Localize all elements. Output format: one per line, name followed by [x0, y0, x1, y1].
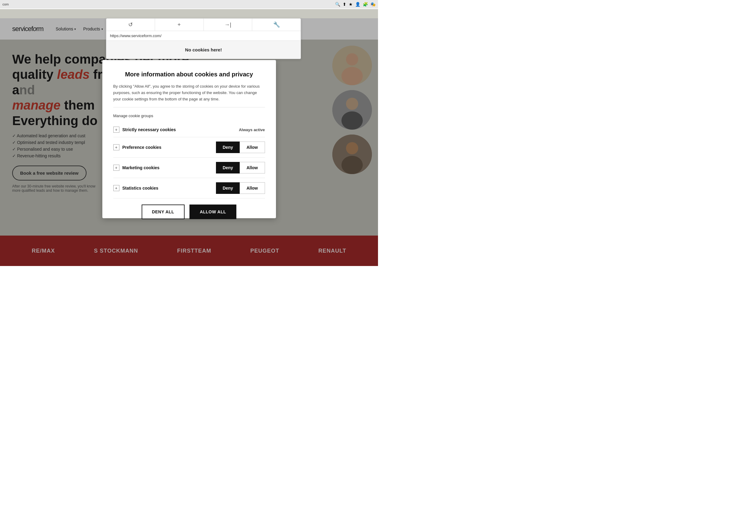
expand-statistics-button[interactable]: +: [113, 185, 120, 191]
profile-icon: 👤: [355, 2, 360, 7]
bookmark-icon: ★: [349, 2, 353, 7]
expand-strictly-necessary-button[interactable]: +: [113, 127, 120, 133]
puzzle-icon: 🧩: [363, 2, 368, 7]
preference-deny-button[interactable]: Deny: [216, 141, 240, 153]
cookie-row-marketing: + Marketing cookies Deny Allow: [113, 158, 265, 178]
cookie-consent-modal: More information about cookies and priva…: [102, 60, 276, 218]
always-active-label: Always active: [239, 128, 265, 132]
browser-tab-label: com: [2, 2, 9, 6]
marketing-cookies-label: Marketing cookies: [122, 165, 216, 170]
emoji-icon: 🎭: [370, 2, 376, 7]
statistics-cookies-label: Statistics cookies: [122, 186, 216, 190]
cookie-row-strictly-necessary: + Strictly necessary cookies Always acti…: [113, 122, 265, 137]
manage-cookie-groups-label: Manage cookie groups: [113, 114, 265, 118]
statistics-btn-group: Deny Allow: [216, 182, 265, 194]
browser-icons-right: 🔍 ⬆ ★ 👤 🧩 🎭: [335, 2, 376, 7]
share-icon: ⬆: [343, 2, 346, 7]
marketing-btn-group: Deny Allow: [216, 162, 265, 173]
marketing-deny-button[interactable]: Deny: [216, 162, 240, 173]
statistics-deny-button[interactable]: Deny: [216, 182, 240, 194]
preference-allow-button[interactable]: Allow: [240, 141, 265, 153]
expand-marketing-button[interactable]: +: [113, 165, 120, 171]
cookie-row-statistics: + Statistics cookies Deny Allow: [113, 178, 265, 198]
modal-footer: DENY ALL ALLOW ALL: [113, 205, 265, 219]
allow-all-button[interactable]: ALLOW ALL: [189, 205, 236, 219]
toolbar-icons-row: ↺ + →| 🔧: [106, 18, 301, 31]
modal-title: More information about cookies and priva…: [113, 71, 265, 78]
search-icon: 🔍: [335, 2, 340, 7]
toolbar-url-display[interactable]: https://www.serviceform.com/: [106, 31, 301, 40]
strictly-necessary-label: Strictly necessary cookies: [122, 127, 239, 132]
modal-description: By clicking "Allow All", you agree to th…: [113, 83, 265, 108]
toolbar-add-button[interactable]: +: [155, 18, 204, 31]
toolbar-signin-button[interactable]: →|: [204, 18, 253, 31]
browser-toolbar-popup: ↺ + →| 🔧 https://www.serviceform.com/ No…: [106, 18, 301, 59]
preference-cookies-label: Preference cookies: [122, 145, 216, 150]
cookie-row-preference: + Preference cookies Deny Allow: [113, 137, 265, 158]
no-cookies-message: No cookies here!: [106, 40, 301, 59]
marketing-allow-button[interactable]: Allow: [240, 162, 265, 173]
expand-preference-button[interactable]: +: [113, 144, 120, 150]
toolbar-settings-button[interactable]: 🔧: [252, 18, 301, 31]
preference-btn-group: Deny Allow: [216, 141, 265, 153]
deny-all-button[interactable]: DENY ALL: [142, 205, 185, 219]
statistics-allow-button[interactable]: Allow: [240, 182, 265, 194]
toolbar-refresh-button[interactable]: ↺: [106, 18, 155, 31]
